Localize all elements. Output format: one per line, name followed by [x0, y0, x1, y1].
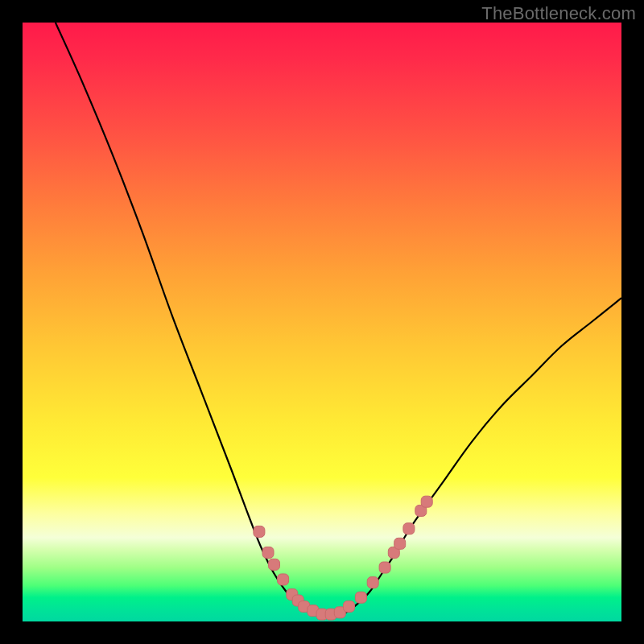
curve-marker [379, 562, 390, 573]
curve-marker [394, 538, 406, 549]
curve-marker [344, 601, 355, 612]
curve-marker [403, 523, 415, 535]
curve-marker [367, 577, 378, 588]
curve-marker [254, 526, 265, 537]
plot-area [23, 23, 621, 621]
chart-frame: TheBottleneck.com [0, 0, 644, 644]
curve-marker [262, 547, 274, 558]
chart-svg [23, 23, 621, 621]
curve-marker [355, 592, 366, 603]
bottleneck-curve [56, 23, 621, 616]
curve-markers [254, 496, 432, 620]
curve-marker [278, 574, 289, 585]
curve-marker [421, 496, 432, 507]
curve-marker [269, 559, 280, 570]
watermark-text: TheBottleneck.com [481, 3, 636, 24]
